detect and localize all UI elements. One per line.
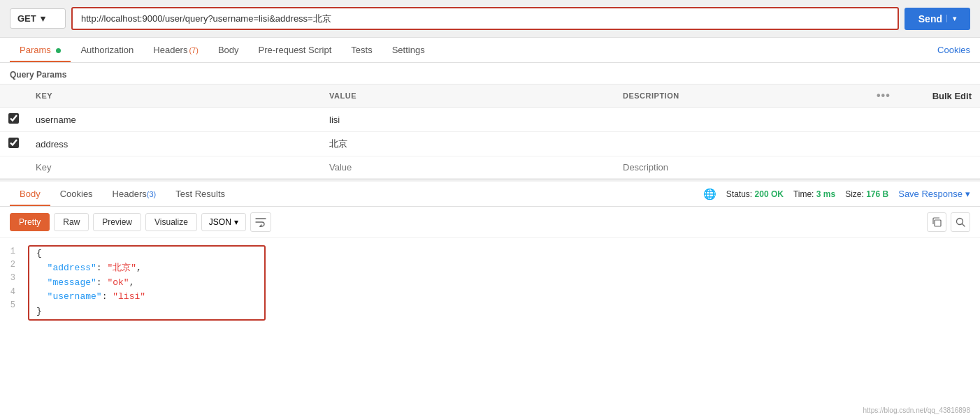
tab-headers[interactable]: Headers(7) xyxy=(143,38,208,62)
row1-key-input[interactable] xyxy=(36,115,312,125)
row1-key-cell xyxy=(27,108,321,132)
row1-value-input[interactable] xyxy=(329,115,606,125)
time-label: Time: 3 ms xyxy=(793,189,835,199)
json-format-label: JSON xyxy=(209,217,231,227)
send-button[interactable]: Send ▾ xyxy=(905,8,970,30)
time-value: 3 ms xyxy=(816,189,835,199)
save-response-button[interactable]: Save Response ▾ xyxy=(898,189,970,199)
row1-desc-cell xyxy=(614,108,868,132)
svg-rect-0 xyxy=(935,220,941,226)
globe-icon: 🌐 xyxy=(703,188,716,200)
row2-value-cell xyxy=(321,132,614,156)
tab-settings[interactable]: Settings xyxy=(382,38,435,62)
empty-desc-input[interactable] xyxy=(623,162,860,173)
empty-value-input[interactable] xyxy=(329,162,606,173)
response-meta: 🌐 Status: 200 OK Time: 3 ms Size: 176 B … xyxy=(703,188,970,200)
row2-checkbox-cell xyxy=(0,132,27,156)
json-format-select[interactable]: JSON ▾ xyxy=(201,213,246,231)
request-tabs-bar: Params Authorization Headers(7) Body Pre… xyxy=(0,38,980,63)
wrap-button[interactable] xyxy=(250,212,271,232)
resp-tab-headers[interactable]: Headers(3) xyxy=(103,182,166,206)
params-table: KEY VALUE DESCRIPTION ••• Bulk Edit xyxy=(0,84,980,179)
resp-tab-test-results[interactable]: Test Results xyxy=(166,182,235,206)
status-label: Status: 200 OK xyxy=(726,189,784,199)
format-bar-right xyxy=(927,212,970,232)
empty-key-input[interactable] xyxy=(36,162,312,173)
json-output: 1 2 3 4 5 { "address": "北京", "message": … xyxy=(0,238,980,328)
tab-tests[interactable]: Tests xyxy=(341,38,382,62)
table-row-empty xyxy=(0,156,980,179)
row1-checkbox-cell xyxy=(0,108,27,132)
row2-desc-input[interactable] xyxy=(623,139,860,149)
method-chevron: ▾ xyxy=(41,13,45,24)
row2-checkbox[interactable] xyxy=(8,138,19,148)
table-row xyxy=(0,108,980,132)
format-preview-button[interactable]: Preview xyxy=(93,213,141,231)
url-input-wrapper xyxy=(71,7,899,30)
table-row xyxy=(0,132,980,156)
cookies-link[interactable]: Cookies xyxy=(937,45,970,55)
tab-params[interactable]: Params xyxy=(10,38,71,62)
row1-checkbox[interactable] xyxy=(8,113,19,124)
params-dot xyxy=(56,48,61,53)
row1-desc-input[interactable] xyxy=(623,115,860,125)
row2-key-cell xyxy=(27,132,321,156)
tab-pre-request[interactable]: Pre-request Script xyxy=(249,38,342,62)
th-checkbox xyxy=(0,85,27,108)
svg-line-2 xyxy=(963,224,965,227)
tab-authorization[interactable]: Authorization xyxy=(71,38,143,62)
status-value: 200 OK xyxy=(755,189,784,199)
th-bulk: ••• Bulk Edit xyxy=(868,85,980,108)
more-options-icon[interactable]: ••• xyxy=(877,89,891,102)
resp-tab-cookies[interactable]: Cookies xyxy=(50,182,103,206)
row1-value-cell xyxy=(321,108,614,132)
row2-key-input[interactable] xyxy=(36,139,312,149)
copy-button[interactable] xyxy=(927,212,946,232)
size-label: Size: 176 B xyxy=(845,189,888,199)
top-bar: GET ▾ Send ▾ xyxy=(0,0,980,38)
json-content-box: { "address": "北京", "message": "ok", "use… xyxy=(28,245,266,321)
bulk-edit-button[interactable]: Bulk Edit xyxy=(932,91,972,101)
format-pretty-button[interactable]: Pretty xyxy=(10,213,50,231)
url-input[interactable] xyxy=(73,8,898,29)
th-description: DESCRIPTION xyxy=(614,85,868,108)
method-label: GET xyxy=(17,13,36,24)
line-numbers: 1 2 3 4 5 xyxy=(0,245,21,321)
size-value: 176 B xyxy=(866,189,888,199)
method-select[interactable]: GET ▾ xyxy=(10,8,66,29)
json-chevron-icon: ▾ xyxy=(234,217,238,227)
format-visualize-button[interactable]: Visualize xyxy=(145,213,197,231)
save-response-chevron: ▾ xyxy=(965,189,970,199)
send-chevron: ▾ xyxy=(946,15,956,22)
th-value: VALUE xyxy=(321,85,614,108)
format-bar: Pretty Raw Preview Visualize JSON ▾ xyxy=(0,207,980,238)
row2-desc-cell xyxy=(614,132,868,156)
send-label: Send xyxy=(918,13,942,24)
tab-body[interactable]: Body xyxy=(208,38,249,62)
row2-value-input[interactable] xyxy=(329,139,606,149)
response-tabs-bar: Body Cookies Headers(3) Test Results 🌐 S… xyxy=(0,182,980,207)
resp-tab-body[interactable]: Body xyxy=(10,182,50,206)
query-params-title: Query Params xyxy=(0,63,980,84)
search-button[interactable] xyxy=(951,212,970,232)
format-raw-button[interactable]: Raw xyxy=(54,213,89,231)
th-key: KEY xyxy=(27,85,321,108)
